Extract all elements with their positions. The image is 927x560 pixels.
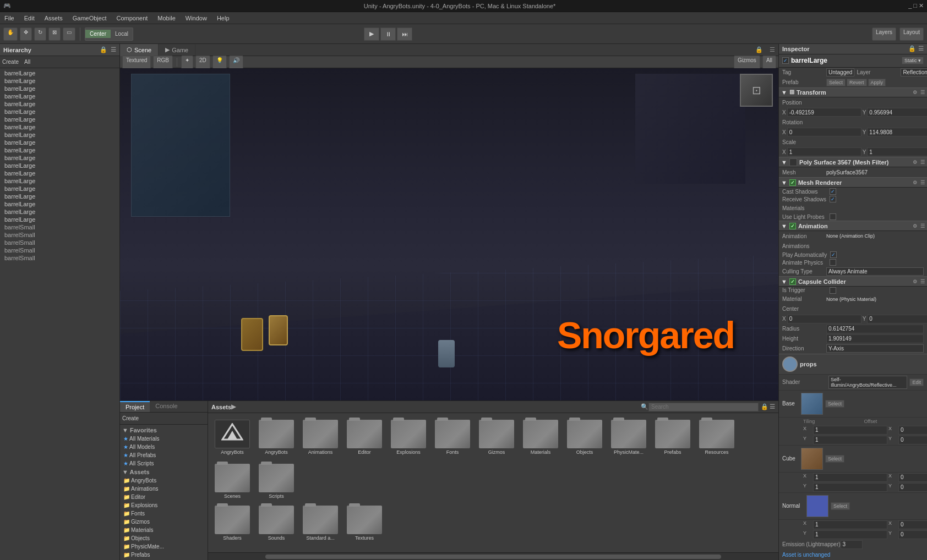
inspector-lock-icon[interactable]: 🔒 [908,45,916,52]
mr-enabled-toggle[interactable]: ✓ [789,179,796,186]
center-toggle[interactable]: Center [85,30,111,38]
tree-materials[interactable]: 📁 Materials [120,526,208,534]
asset-shaders[interactable]: Shaders [212,503,252,543]
cube-select-btn[interactable]: Select [825,455,844,463]
console-tab[interactable]: Console [150,401,183,412]
asset-editor[interactable]: Editor [345,418,384,457]
asset-fonts[interactable]: Fonts [433,418,472,457]
list-item[interactable]: barrelSmall [0,223,119,231]
pos-y-input[interactable] [867,108,927,117]
list-item[interactable]: barrelLarge [0,169,119,177]
rot-y-input[interactable] [867,128,927,136]
hierarchy-all-btn[interactable]: All [24,59,30,65]
transform-menu-icon[interactable]: ☰ [920,90,925,95]
mf-settings-icon[interactable]: ⚙ [913,160,917,165]
mesh-filter-section[interactable]: ▼ Poly Surface 3567 (Mesh Filter) ⚙ ☰ [779,157,927,167]
scale-y-input[interactable] [867,147,927,156]
asset-standard-assets[interactable]: Standard a... [301,503,340,543]
mr-menu-icon[interactable]: ☰ [920,180,925,185]
rot-x-input[interactable] [787,128,861,136]
tree-editor[interactable]: 📁 Editor [120,493,208,501]
tree-gizmos[interactable]: 📁 Gizmos [120,518,208,526]
shader-dropdown[interactable]: Self-Illumin/AngryBots/Reflective... [828,376,907,389]
move-tool-btn[interactable]: ✥ [20,28,32,41]
asset-materials[interactable]: Materials [521,418,560,457]
receive-shadows-checkbox[interactable] [830,196,836,202]
game-tab[interactable]: ▶ Game [159,44,195,56]
assets-arrow[interactable]: ▼ [122,469,128,475]
scene-light-btn[interactable]: 💡 [212,56,227,69]
base-tile-y[interactable] [813,436,887,444]
cube-tile-y[interactable] [813,483,887,492]
scrollbar-thumb[interactable] [265,554,722,559]
scene-audio-btn[interactable]: 🔊 [229,56,243,69]
static-badge[interactable]: Static ▾ [902,57,924,64]
asset-animations[interactable]: Animations [301,418,340,457]
assets-menu-icon[interactable]: ☰ [770,403,775,410]
color-space-dropdown[interactable]: RGB [153,56,173,69]
favorites-arrow[interactable]: ▼ [122,427,128,433]
asset-textures[interactable]: Textures [345,503,384,543]
radius-input[interactable] [826,325,924,333]
list-item[interactable]: barrelLarge [0,208,119,216]
hand-tool-btn[interactable]: ✋ [3,28,18,41]
cube-offset-y[interactable] [898,483,927,492]
asset-scenes[interactable]: Scenes [212,462,252,501]
scene-menu-icon[interactable]: ☰ [766,46,778,53]
hierarchy-create-btn[interactable]: Create [2,59,19,65]
mr-settings-icon[interactable]: ⚙ [913,180,917,185]
assets-search-input[interactable] [648,403,759,411]
shader-edit-btn[interactable]: Edit [909,378,924,386]
cc-enabled-toggle[interactable]: ✓ [789,278,796,285]
tree-physicmate[interactable]: 📁 PhysicMate... [120,542,208,551]
list-item[interactable]: barrelLarge [0,139,119,146]
emission-input[interactable] [841,540,863,549]
scene-fx-btn[interactable]: ✦ [181,56,193,69]
asset-angrybots[interactable]: AngryBots [257,418,296,457]
hierarchy-lock-icon[interactable]: 🔒 [100,46,107,53]
normal-offset-x[interactable] [898,520,927,529]
animation-section[interactable]: ▼ ✓ Animation ⚙ ☰ [779,221,927,231]
asset-explosions[interactable]: Explosions [389,418,428,457]
mf-menu-icon[interactable]: ☰ [920,160,925,165]
cc-settings-icon[interactable]: ⚙ [913,279,917,284]
menu-mobile[interactable]: Mobile [155,14,177,23]
anim-settings-icon[interactable]: ⚙ [913,223,917,229]
menu-window[interactable]: Window [183,14,209,23]
asset-physicmaterial[interactable]: PhysicMate... [609,418,648,457]
normal-tile-x[interactable] [813,520,887,529]
center-y-input[interactable] [867,315,927,323]
mesh-renderer-section[interactable]: ▼ ✓ Mesh Renderer ⚙ ☰ [779,177,927,188]
list-item[interactable]: barrelLarge [0,216,119,223]
normal-offset-y[interactable] [898,530,927,539]
list-item[interactable]: barrelLarge [0,85,119,92]
list-item[interactable]: barrelLarge [0,77,119,85]
hierarchy-menu-icon[interactable]: ☰ [111,46,116,53]
asset-gizmos[interactable]: Gizmos [477,418,516,457]
window-controls[interactable]: _ □ ✕ [908,2,924,9]
list-item[interactable]: barrelLarge [0,200,119,208]
tag-dropdown[interactable]: Untagged [826,68,854,76]
base-tile-x[interactable] [813,426,887,435]
pause-button[interactable]: ⏸ [380,28,396,41]
layer-dropdown[interactable]: Reflection [901,68,927,76]
list-item[interactable]: barrelLarge [0,193,119,200]
prefab-select-btn[interactable]: Select [826,79,846,86]
list-item[interactable]: barrelLarge [0,100,119,108]
list-item[interactable]: barrelLarge [0,185,119,193]
list-item[interactable]: barrelSmall [0,239,119,246]
scene-all-btn[interactable]: All [762,56,776,69]
base-select-btn[interactable]: Select [825,400,844,408]
asset-sounds[interactable]: Sounds [257,503,296,543]
fav-all-materials[interactable]: ★ All Materials [120,435,208,443]
object-enabled-checkbox[interactable] [782,57,789,64]
assets-lock-icon[interactable]: 🔒 [761,403,768,410]
cc-menu-icon[interactable]: ☰ [920,279,925,284]
asset-resources[interactable]: Resources [697,418,737,457]
tree-objects[interactable]: 📁 Objects [120,534,208,542]
project-tab[interactable]: Project [120,401,150,412]
tree-prefabs[interactable]: 📁 Prefabs [120,551,208,559]
is-trigger-checkbox[interactable] [830,287,836,294]
base-offset-x[interactable] [898,426,927,435]
cube-tile-x[interactable] [813,473,887,482]
